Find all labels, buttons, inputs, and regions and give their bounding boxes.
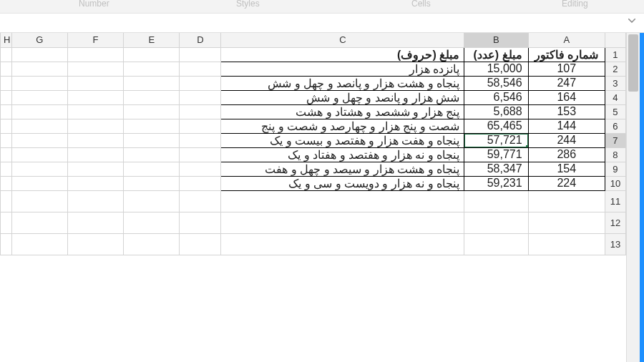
cell-A3[interactable]: 247 bbox=[528, 76, 605, 90]
cell[interactable] bbox=[180, 119, 221, 133]
cell[interactable] bbox=[1, 62, 12, 76]
cell-C9[interactable]: پنجاه و هشت هزار و سیصد و چهل و هفت bbox=[221, 162, 464, 176]
cell[interactable] bbox=[67, 233, 123, 255]
row-header-5[interactable]: 5 bbox=[605, 104, 625, 119]
cell[interactable] bbox=[124, 104, 180, 119]
cell[interactable] bbox=[124, 90, 180, 104]
row-header-4[interactable]: 4 bbox=[605, 90, 625, 104]
cell-C10[interactable]: پنجاه و نه هزار و دویست و سی و یک bbox=[221, 176, 464, 190]
cell[interactable] bbox=[11, 147, 67, 162]
cell[interactable] bbox=[1, 119, 12, 133]
cell[interactable] bbox=[124, 133, 180, 147]
cell-A5[interactable]: 153 bbox=[528, 104, 605, 119]
cell[interactable] bbox=[1, 233, 12, 255]
col-header-B[interactable]: B bbox=[464, 33, 528, 47]
vertical-scrollbar[interactable] bbox=[626, 33, 640, 362]
cell-C1[interactable]: مبلغ (حروف) bbox=[221, 47, 464, 62]
spreadsheet-grid[interactable]: H G F E D C B A مبلغ (حروف)مبلغ (عدد)شما… bbox=[0, 33, 626, 362]
cell[interactable] bbox=[180, 190, 221, 212]
col-header-E[interactable]: E bbox=[124, 33, 180, 47]
cell[interactable] bbox=[464, 233, 528, 255]
cell[interactable] bbox=[1, 212, 12, 233]
cell[interactable] bbox=[464, 212, 528, 233]
cell[interactable] bbox=[124, 119, 180, 133]
cell[interactable] bbox=[180, 176, 221, 190]
cell[interactable] bbox=[180, 62, 221, 76]
cell[interactable] bbox=[1, 47, 12, 62]
cell-C7[interactable]: پنجاه و هفت هزار و هفتصد و بیست و یک bbox=[221, 133, 464, 147]
cell[interactable] bbox=[1, 176, 12, 190]
cell-A4[interactable]: 164 bbox=[528, 90, 605, 104]
row-header-6[interactable]: 6 bbox=[605, 119, 625, 133]
cell-C4[interactable]: شش هزار و پانصد و چهل و شش bbox=[221, 90, 464, 104]
cell[interactable] bbox=[124, 233, 180, 255]
cell[interactable] bbox=[11, 176, 67, 190]
cell[interactable] bbox=[464, 190, 528, 212]
row-header-7[interactable]: 7 bbox=[605, 133, 625, 147]
vertical-scrollbar-thumb[interactable] bbox=[628, 34, 638, 92]
cell[interactable] bbox=[180, 212, 221, 233]
cell[interactable] bbox=[67, 133, 123, 147]
cell[interactable] bbox=[528, 233, 605, 255]
cell[interactable] bbox=[11, 104, 67, 119]
cell-C5[interactable]: پنج هزار و ششصد و هشتاد و هشت bbox=[221, 104, 464, 119]
cell-B7[interactable]: 57,721 bbox=[464, 133, 528, 147]
cell[interactable] bbox=[11, 233, 67, 255]
cell[interactable] bbox=[124, 147, 180, 162]
cell[interactable] bbox=[180, 233, 221, 255]
row-header-9[interactable]: 9 bbox=[605, 162, 625, 176]
cell[interactable] bbox=[67, 147, 123, 162]
cell-B1[interactable]: مبلغ (عدد) bbox=[464, 47, 528, 62]
cell[interactable] bbox=[1, 104, 12, 119]
row-header-2[interactable]: 2 bbox=[605, 62, 625, 76]
cell[interactable] bbox=[1, 133, 12, 147]
cell[interactable] bbox=[180, 90, 221, 104]
col-header-G[interactable]: G bbox=[11, 33, 67, 47]
cell-B8[interactable]: 59,771 bbox=[464, 147, 528, 162]
col-header-F[interactable]: F bbox=[67, 33, 123, 47]
cell[interactable] bbox=[180, 162, 221, 176]
cell-B4[interactable]: 6,546 bbox=[464, 90, 528, 104]
cell[interactable] bbox=[124, 62, 180, 76]
cell-C3[interactable]: پنجاه و هشت هزار و پانصد و چهل و شش bbox=[221, 76, 464, 90]
cell-B6[interactable]: 65,465 bbox=[464, 119, 528, 133]
cell[interactable] bbox=[180, 104, 221, 119]
cell-A10[interactable]: 224 bbox=[528, 176, 605, 190]
cell[interactable] bbox=[11, 190, 67, 212]
cell[interactable] bbox=[528, 212, 605, 233]
cell-B5[interactable]: 5,688 bbox=[464, 104, 528, 119]
row-header-12[interactable]: 12 bbox=[605, 212, 625, 233]
row-header-3[interactable]: 3 bbox=[605, 76, 625, 90]
cell[interactable] bbox=[221, 212, 464, 233]
cell-A8[interactable]: 286 bbox=[528, 147, 605, 162]
cell[interactable] bbox=[124, 212, 180, 233]
cell[interactable] bbox=[11, 119, 67, 133]
cell[interactable] bbox=[221, 233, 464, 255]
cell[interactable] bbox=[1, 162, 12, 176]
cell[interactable] bbox=[1, 147, 12, 162]
col-header-D[interactable]: D bbox=[180, 33, 221, 47]
row-header-13[interactable]: 13 bbox=[605, 233, 625, 255]
cell-C8[interactable]: پنجاه و نه هزار و هفتصد و هفتاد و یک bbox=[221, 147, 464, 162]
cell[interactable] bbox=[124, 190, 180, 212]
cell[interactable] bbox=[124, 47, 180, 62]
formula-bar[interactable] bbox=[0, 14, 644, 33]
cell-A7[interactable]: 244 bbox=[528, 133, 605, 147]
cell-A1[interactable]: شماره فاکتور bbox=[528, 47, 605, 62]
select-all-corner[interactable] bbox=[605, 33, 625, 47]
formula-bar-expand-icon[interactable] bbox=[625, 16, 638, 26]
cell[interactable] bbox=[180, 133, 221, 147]
cell[interactable] bbox=[180, 76, 221, 90]
cell-C2[interactable]: پانزده هزار bbox=[221, 62, 464, 76]
cell[interactable] bbox=[180, 147, 221, 162]
cell-B10[interactable]: 59,231 bbox=[464, 176, 528, 190]
cell[interactable] bbox=[124, 176, 180, 190]
cell-B9[interactable]: 58,347 bbox=[464, 162, 528, 176]
cell[interactable] bbox=[1, 76, 12, 90]
row-header-8[interactable]: 8 bbox=[605, 147, 625, 162]
cell[interactable] bbox=[67, 76, 123, 90]
cell[interactable] bbox=[124, 162, 180, 176]
cell-A6[interactable]: 144 bbox=[528, 119, 605, 133]
cell[interactable] bbox=[1, 190, 12, 212]
col-header-A[interactable]: A bbox=[528, 33, 605, 47]
